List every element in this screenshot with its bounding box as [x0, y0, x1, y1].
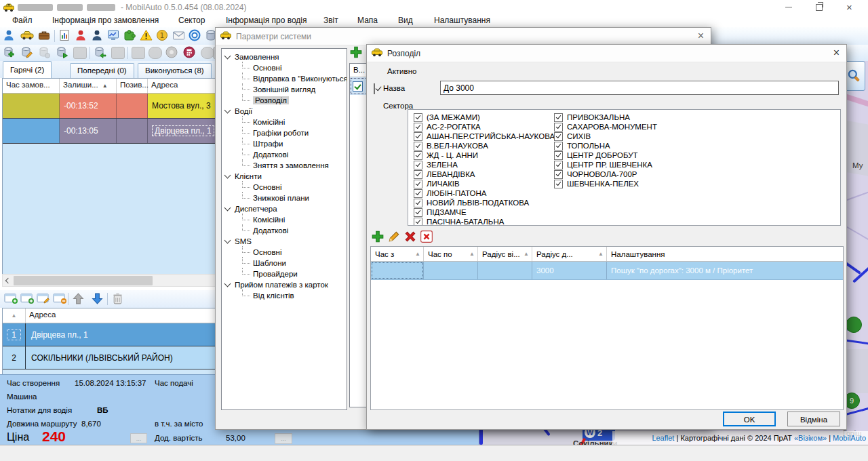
tree-node-orders[interactable]: Замовлення [222, 52, 347, 62]
dist-dialog-titlebar[interactable]: Розподіл × [367, 45, 846, 62]
sector-item[interactable]: АШАН-ПЕР.СТРИЙСЬКА-НАУКОВА [414, 132, 555, 141]
extra-more-button[interactable]: ... [275, 433, 292, 444]
sector-item[interactable]: АС-2-РОГАТКА [414, 122, 555, 132]
col-address[interactable]: Адреса [148, 79, 216, 93]
tree-node-dispatchers[interactable]: Диспетчера [222, 203, 347, 214]
coin-icon[interactable]: 1 [156, 29, 168, 43]
sector-item[interactable]: ЦЕНТР ПР. ШЕВЧЕНКА [554, 160, 657, 169]
sector-item[interactable]: САХАРОВА-МОНУМЕНТ [554, 122, 657, 132]
tree-node[interactable]: Знижкові плани [222, 193, 347, 203]
name-input[interactable] [440, 81, 839, 95]
rule-add-icon[interactable] [371, 230, 384, 245]
menu-driver-info[interactable]: Інформація про водія [226, 16, 307, 25]
db-run-icon[interactable] [56, 46, 68, 61]
tree-node[interactable]: Основні [222, 182, 347, 193]
active-checkbox[interactable] [374, 83, 375, 94]
order-row[interactable]: -00:13:05 Двірцева пл., 1 [3, 119, 216, 144]
edit-address-icon[interactable] [37, 293, 51, 306]
settings-close-icon[interactable]: × [698, 29, 704, 43]
tree-node[interactable]: Відправка в "Виконуються" [222, 73, 347, 84]
tab-pending[interactable]: Попередні (0) [70, 63, 134, 78]
add-address-icon[interactable] [4, 293, 18, 306]
leaflet-link[interactable]: Leaflet [652, 434, 674, 442]
active-checkbox[interactable] [353, 81, 363, 92]
rule-row-selected[interactable]: 3000 Пошук "по дорогах": 3000 м / Пріори… [371, 262, 843, 280]
dist-close-icon[interactable]: × [833, 46, 840, 60]
tab-hot[interactable]: Гарячі (2) [3, 61, 52, 78]
sector-item[interactable]: ЛИЧАКІВ [414, 179, 555, 188]
ok-button[interactable]: OK [723, 412, 776, 426]
sector-item[interactable]: ПАСІЧНА-БАТАЛЬНА [414, 217, 555, 226]
sector-item[interactable]: ЖД - Ц. АННИ [414, 151, 555, 160]
scrollbar-thumb[interactable] [14, 276, 153, 285]
sector-item[interactable]: НОВИЙ ЛЬВІВ-ПОДАТКОВА [414, 198, 555, 207]
sector-item[interactable]: (ЗА МЕЖАМИ) [414, 113, 555, 122]
sector-item[interactable]: В.ВЕЛ-НАУКОВА [414, 141, 555, 151]
insert-address-icon[interactable] [20, 293, 35, 306]
remove-address-icon[interactable] [53, 293, 67, 306]
restore-button[interactable] [804, 0, 834, 14]
target-icon[interactable] [189, 29, 201, 43]
settings-add-icon[interactable] [349, 45, 363, 61]
tree-node[interactable]: Основні [222, 62, 347, 73]
price-more-button[interactable]: ... [130, 433, 147, 443]
mobilauto-link[interactable]: MobilAuto [833, 434, 866, 442]
minimize-button[interactable] [773, 0, 804, 14]
tree-node-selected[interactable]: Розподіл [222, 95, 347, 106]
col-time-from[interactable]: Час з▲ [371, 247, 424, 261]
tree-node-drivers[interactable]: Водії [222, 106, 347, 117]
menu-settings[interactable]: Налаштування [434, 16, 490, 25]
tree-node[interactable]: Основні [222, 247, 347, 258]
route-sort-col[interactable]: ▲ [3, 308, 26, 323]
sector-item[interactable]: ЛЮБІН-ПАТОНА [414, 188, 555, 198]
col-radius-to[interactable]: Радіус д...▲ [532, 247, 607, 261]
puzzle-icon[interactable] [123, 29, 136, 43]
tree-node[interactable]: Графіки роботи [222, 127, 347, 138]
tree-node-clients[interactable]: Клієнти [222, 171, 347, 182]
vizicom-link[interactable]: «Візіком» [794, 434, 827, 442]
menu-report[interactable]: Звіт [323, 16, 338, 25]
move-down-icon[interactable] [91, 292, 104, 307]
tree-node[interactable]: Комісійні [222, 214, 347, 225]
col-radius-from[interactable]: Радіус ві...▲ [478, 247, 532, 261]
tab-executing[interactable]: Виконуються (8) [138, 63, 212, 78]
rule-delete-all-icon[interactable] [420, 230, 433, 245]
mail-icon[interactable] [172, 29, 185, 43]
col-callsign[interactable]: Позив... [117, 79, 148, 93]
menu-view[interactable]: Вид [398, 16, 413, 25]
route-row-selected[interactable]: 1 Двірцева пл., 1 [3, 323, 216, 346]
menu-map[interactable]: Мапа [357, 16, 378, 25]
route-address-col[interactable]: Адреса [26, 308, 216, 323]
sector-item[interactable]: ПРИВОКЗАЛЬНА [554, 113, 657, 122]
sector-item[interactable]: ЧОРНОВОЛА-700Р [554, 169, 657, 179]
tree-node-sms[interactable]: SMS [222, 236, 347, 247]
taxi-icon[interactable] [20, 29, 34, 43]
tree-node[interactable]: Від клієнтів [222, 290, 347, 301]
rule-delete-icon[interactable] [403, 230, 417, 245]
tree-node[interactable]: Зняття з замовлення [222, 160, 347, 171]
monitor-chart-icon[interactable] [107, 29, 119, 43]
col-order-time[interactable]: Час замов... [3, 79, 60, 93]
tree-node[interactable]: Шаблони [222, 258, 347, 268]
order-row[interactable]: -00:13:52 Мостова вул., 3 [3, 94, 216, 119]
tree-node[interactable]: Зовнішній вигляд [222, 84, 347, 95]
sector-item[interactable]: ЗЕЛЕНА [414, 160, 555, 169]
driver-icon[interactable] [91, 29, 103, 43]
col-time-to[interactable]: Час по▲ [424, 247, 478, 261]
settings-dialog-titlebar[interactable]: Параметри системи × [216, 28, 711, 45]
scroll-left-button[interactable] [3, 275, 14, 286]
menu-sector[interactable]: Сектор [178, 16, 205, 25]
sector-item[interactable]: ТОПОЛЬНА [554, 141, 657, 151]
menu-order-info[interactable]: Інформація про замовлення [52, 16, 159, 25]
briefcase-icon[interactable] [38, 29, 50, 43]
col-settings[interactable]: Налаштування [607, 247, 843, 261]
tree-node[interactable]: Додаткові [222, 149, 347, 160]
menu-file[interactable]: Файл [12, 16, 33, 25]
route-row[interactable]: 2 СОКІЛЬНИКИ (ЛЬВІВСЬКИЙ РАЙОН) [3, 346, 216, 369]
col-remaining[interactable]: Залиши...▲ [60, 79, 117, 93]
db-edit-icon[interactable] [20, 46, 33, 61]
client-icon[interactable] [3, 29, 15, 43]
operator-icon[interactable] [75, 29, 87, 43]
tree-node[interactable]: Штрафи [222, 138, 347, 149]
map-green-marker[interactable] [846, 317, 862, 333]
